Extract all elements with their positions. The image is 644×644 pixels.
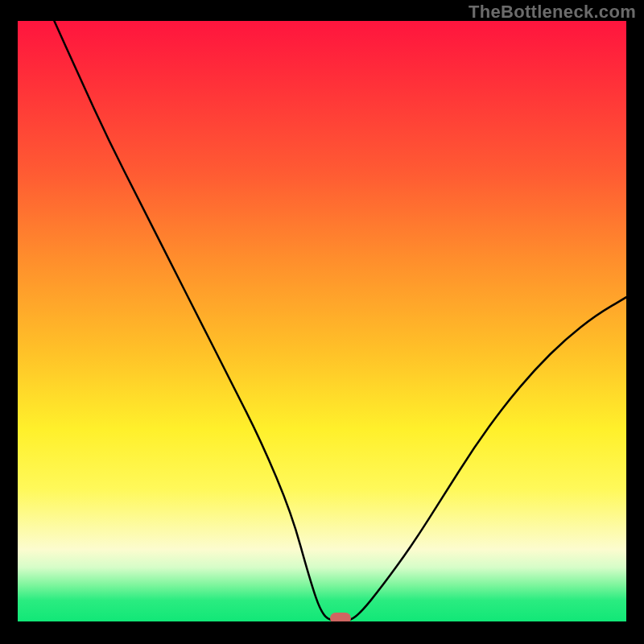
plot-area [18, 21, 626, 621]
bottleneck-curve-path [54, 21, 626, 621]
optimum-marker [330, 613, 351, 621]
watermark-text: TheBottleneck.com [469, 2, 636, 23]
chart-frame: TheBottleneck.com [0, 0, 644, 644]
curve-layer [18, 21, 626, 621]
